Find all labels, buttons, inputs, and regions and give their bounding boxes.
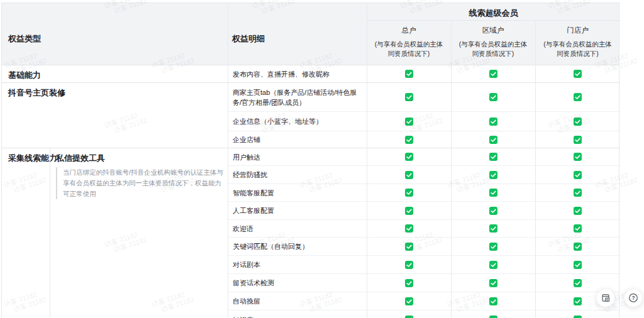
check-icon	[574, 118, 582, 126]
check-cell	[451, 261, 535, 269]
check-icon	[405, 70, 413, 78]
table-row: 人工客服配置	[2, 202, 620, 220]
check-cell	[535, 224, 620, 233]
row-detail-area: 企业信息（小蓝字、地址等）	[228, 112, 620, 131]
grid-vline	[367, 3, 367, 318]
check-icon	[405, 93, 413, 101]
row-detail-area: 用户触达	[228, 148, 620, 166]
check-cell	[367, 118, 451, 126]
table-body: 基础能力发布内容、直播开播、修改昵称抖音号主页装修商家主页tab（服务产品/店铺…	[2, 65, 620, 318]
check-cell	[451, 207, 535, 215]
row-detail-area: 自动挽留	[228, 292, 620, 310]
benefits-comparison-page: 权益类型 权益明细 线索超级会员 总户 (与享有会员权益的主体 同资质情况下) …	[0, 0, 644, 318]
check-cell	[367, 224, 451, 233]
help-button[interactable]: ?	[624, 288, 643, 307]
benefit-detail-label: 留资话术检测	[228, 278, 367, 288]
check-icon	[574, 153, 582, 161]
check-icon	[405, 189, 413, 197]
check-icon	[405, 224, 413, 233]
table-header: 权益类型 权益明细 线索超级会员 总户 (与享有会员权益的主体 同资质情况下) …	[2, 3, 619, 65]
table-row: 智能客服配置	[2, 184, 620, 202]
check-cell	[535, 118, 620, 126]
check-cell	[535, 171, 620, 179]
benefit-detail-label: 关键词匹配（自动回复）	[228, 241, 367, 251]
feedback-button[interactable]	[596, 288, 615, 307]
table-row: 企业店铺	[2, 131, 620, 148]
member-col-note: (与享有会员权益的主体 同资质情况下)	[367, 40, 451, 58]
table-row: 商家主页tab（服务产品/店铺活动/特色服务/官方相册/团队成员）	[2, 83, 620, 112]
check-cell	[535, 189, 620, 197]
table-row: 对话剧本	[2, 256, 620, 274]
check-icon	[489, 315, 497, 318]
check-cell	[451, 297, 535, 305]
check-icon	[489, 153, 497, 161]
table-row: 经营防骚扰	[2, 166, 620, 184]
check-cell	[367, 207, 451, 215]
table-section: 抖音号主页装修商家主页tab（服务产品/店铺活动/特色服务/官方相册/团队成员）…	[2, 83, 620, 148]
grid-vline	[50, 147, 50, 318]
check-icon	[574, 279, 582, 287]
grid-vline	[228, 3, 228, 318]
benefit-detail-label: 企业信息（小蓝字、地址等）	[228, 116, 367, 126]
check-cell	[367, 70, 451, 78]
check-cell	[535, 70, 620, 78]
check-icon	[405, 279, 413, 287]
header-group-title: 线索超级会员	[367, 8, 620, 19]
check-cell	[367, 136, 451, 144]
check-icon	[405, 136, 413, 144]
row-detail-area: 企业店铺	[228, 131, 620, 148]
grid-vline	[535, 20, 536, 318]
check-cell	[451, 243, 535, 251]
check-cell	[451, 118, 535, 126]
check-icon	[489, 189, 497, 197]
check-icon	[489, 224, 497, 233]
header-col-head-office: 总户 (与享有会员权益的主体 同资质情况下)	[367, 20, 451, 65]
check-cell	[451, 315, 535, 318]
benefit-detail-label: 经营防骚扰	[228, 170, 367, 180]
table-row: 留资话术检测	[2, 274, 620, 292]
check-icon	[489, 171, 497, 179]
check-cell	[367, 153, 451, 161]
row-detail-area: 发布内容、直播开播、修改昵称	[228, 65, 620, 82]
check-icon	[489, 261, 497, 269]
check-cell	[367, 279, 451, 287]
benefit-detail-label: 欢迎语	[228, 224, 367, 234]
member-col-note-line1: (与享有会员权益的主体	[535, 40, 620, 49]
member-col-note-line1: (与享有会员权益的主体	[367, 40, 451, 49]
check-icon	[489, 136, 497, 144]
member-col-title: 总户	[367, 26, 451, 35]
watermark-text: 访客 21182	[0, 116, 1, 135]
check-icon	[489, 118, 497, 126]
check-icon	[405, 315, 413, 318]
member-col-note-line2: 同资质情况下)	[451, 49, 535, 58]
table-row: 发布内容、直播开播、修改昵称	[2, 65, 620, 82]
check-cell	[367, 297, 451, 305]
check-cell	[367, 315, 451, 318]
row-detail-area: 留资话术检测	[228, 274, 620, 292]
row-detail-area: 欢迎语	[228, 220, 620, 238]
check-icon	[405, 297, 413, 305]
check-icon	[574, 243, 582, 251]
check-cell	[367, 243, 451, 251]
check-cell	[535, 93, 620, 101]
check-icon	[574, 297, 582, 305]
check-icon	[489, 279, 497, 287]
member-col-title: 门店户	[535, 26, 620, 35]
watermark-text: 访客 21182	[0, 0, 1, 16]
benefit-detail-label: 人工客服配置	[228, 206, 367, 216]
check-icon	[574, 261, 582, 269]
table-row: 欢迎语	[2, 220, 620, 238]
check-icon	[489, 297, 497, 305]
member-col-note: (与享有会员权益的主体 同资质情况下)	[535, 40, 620, 58]
check-cell	[535, 279, 620, 287]
benefit-detail-label: 对话剧本	[228, 260, 367, 270]
row-detail-area: 知识库	[228, 310, 620, 318]
header-benefit-detail: 权益明细	[232, 33, 265, 45]
member-col-note-line2: 同资质情况下)	[535, 49, 620, 58]
check-icon	[574, 93, 582, 101]
member-col-note-line2: 同资质情况下)	[367, 49, 451, 58]
question-mark-icon: ?	[628, 293, 638, 303]
member-col-title: 区域户	[451, 26, 535, 35]
check-icon	[574, 189, 582, 197]
row-detail-area: 关键词匹配（自动回复）	[228, 238, 620, 256]
